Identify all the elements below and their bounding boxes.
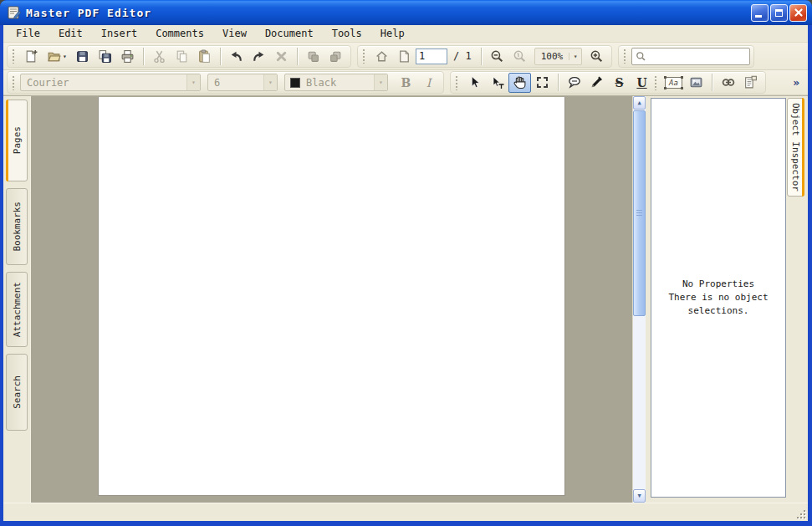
zoom-out-icon	[490, 49, 504, 64]
minimize-button[interactable]	[751, 4, 769, 22]
redo-button[interactable]	[248, 46, 270, 66]
scrollbar-track[interactable]	[633, 317, 646, 489]
next-view-button[interactable]	[324, 46, 347, 66]
pen-tool-button[interactable]	[585, 73, 608, 93]
link-tool-button[interactable]	[717, 73, 739, 93]
open-button[interactable]	[43, 46, 65, 66]
page-total-label: / 1	[453, 50, 472, 62]
strikethrough-tool-button[interactable]: S	[608, 73, 631, 93]
hand-tool-button[interactable]	[508, 73, 531, 93]
paste-button[interactable]	[193, 46, 216, 66]
app-icon	[7, 5, 22, 20]
toolbar-drag-handle[interactable]	[12, 49, 16, 64]
bold-button[interactable]: B	[395, 73, 417, 93]
form-tool-button[interactable]	[739, 73, 762, 93]
image-icon	[689, 75, 703, 89]
zoom-in-button[interactable]	[585, 46, 608, 66]
title-bar[interactable]: Master PDF Editor	[0, 0, 812, 25]
select-tool-button[interactable]	[463, 73, 486, 93]
sidebar-tabstrip: Pages Bookmarks Attachment Search	[3, 96, 30, 503]
sidebar-tab-bookmarks[interactable]: Bookmarks	[6, 188, 28, 265]
copy-button[interactable]	[171, 46, 193, 66]
cut-icon	[152, 49, 166, 64]
pdf-page[interactable]	[98, 97, 565, 496]
text-select-tool-button[interactable]	[486, 73, 508, 93]
scrollbar-grip-icon	[636, 210, 642, 217]
toolbar-drag-handle[interactable]	[362, 49, 366, 64]
text-box-tool-button[interactable]: Aa	[662, 73, 685, 93]
resize-grip[interactable]	[794, 508, 805, 518]
sidebar-tab-attachment[interactable]: Attachment	[6, 272, 28, 347]
sidebar-tab-pages[interactable]: Pages	[6, 100, 28, 181]
page-thumbnail-icon	[397, 49, 411, 64]
marquee-icon	[537, 77, 548, 88]
menu-edit[interactable]: Edit	[49, 26, 92, 41]
page-number-input[interactable]	[416, 49, 447, 64]
undo-button[interactable]	[225, 46, 248, 66]
menu-view[interactable]: View	[213, 26, 256, 41]
maximize-button[interactable]	[770, 4, 788, 22]
font-size-dropdown-arrow[interactable]: ▾	[263, 74, 277, 90]
menu-document[interactable]: Document	[256, 26, 323, 41]
delete-button[interactable]	[270, 46, 293, 66]
scrollbar-thumb[interactable]	[633, 110, 646, 316]
toolbar-drag-handle[interactable]	[455, 75, 459, 90]
menu-help[interactable]: Help	[371, 26, 414, 41]
menu-file[interactable]: File	[7, 26, 49, 41]
page-thumbnail-button[interactable]	[393, 46, 416, 66]
cut-button[interactable]	[148, 46, 171, 66]
minimize-icon	[755, 15, 762, 18]
font-family-dropdown-arrow[interactable]: ▾	[186, 74, 200, 90]
menu-comments[interactable]: Comments	[146, 26, 213, 41]
image-tool-button[interactable]	[685, 73, 707, 93]
home-button[interactable]	[370, 46, 393, 66]
new-document-button[interactable]	[20, 46, 43, 66]
document-canvas[interactable]	[30, 96, 632, 503]
no-properties-title: No Properties	[663, 278, 774, 291]
object-inspector-panel: No Properties There is no object selecti…	[650, 96, 787, 503]
note-tool-button[interactable]	[563, 73, 585, 93]
italic-button[interactable]: I	[417, 73, 440, 93]
font-family-combobox[interactable]: Courier ▾	[20, 74, 201, 91]
menu-tools[interactable]: Tools	[323, 26, 371, 41]
copy-icon	[175, 49, 189, 64]
form-icon	[743, 75, 758, 89]
previous-view-button[interactable]	[302, 46, 324, 66]
scroll-up-icon: ▲	[637, 100, 641, 106]
underline-tool-button[interactable]: U	[631, 73, 653, 93]
text-color-dropdown-arrow[interactable]: ▾	[374, 74, 387, 90]
object-inspector-tab-label: Object Inspector	[790, 103, 801, 192]
text-color-combobox[interactable]: Black ▾	[284, 74, 388, 91]
italic-icon: I	[417, 76, 440, 89]
scroll-up-button[interactable]: ▲	[633, 96, 646, 110]
open-icon	[47, 49, 61, 64]
save-button[interactable]	[71, 46, 94, 66]
properties-area: No Properties There is no object selecti…	[651, 98, 786, 498]
toolbar-drag-handle[interactable]	[12, 75, 16, 90]
sidebar-tab-search[interactable]: Search	[6, 354, 28, 431]
zoom-original-button[interactable]	[508, 46, 531, 66]
toolbar-overflow-button[interactable]: »	[793, 76, 804, 89]
save-copy-button[interactable]	[94, 46, 116, 66]
vertical-scrollbar[interactable]: ▲ ▼	[632, 96, 646, 503]
sidebar-tab-search-label: Search	[12, 370, 23, 414]
close-button[interactable]	[789, 4, 807, 22]
previous-view-icon	[306, 49, 320, 64]
marquee-tool-button[interactable]	[531, 73, 554, 93]
zoom-out-button[interactable]	[486, 46, 508, 66]
object-inspector-tab[interactable]: Object Inspector	[787, 98, 804, 197]
sidebar-tab-attachment-label: Attachment	[12, 277, 23, 342]
search-field[interactable]	[631, 48, 750, 65]
window-title: Master PDF Editor	[26, 7, 151, 19]
toolbar-drag-handle[interactable]	[623, 49, 627, 64]
search-input[interactable]	[646, 50, 746, 63]
print-button[interactable]	[116, 46, 139, 66]
next-view-icon	[329, 49, 343, 64]
scroll-down-button[interactable]: ▼	[633, 489, 646, 503]
zoom-level-combobox[interactable]: 100% ▾	[534, 48, 583, 65]
font-size-combobox[interactable]: 6 ▾	[207, 74, 278, 91]
zoom-dropdown-arrow[interactable]: ▾	[569, 53, 581, 60]
text-select-cursor-icon	[490, 75, 505, 89]
menu-insert[interactable]: Insert	[92, 26, 146, 41]
toolbar-drag-handle[interactable]	[654, 75, 658, 90]
